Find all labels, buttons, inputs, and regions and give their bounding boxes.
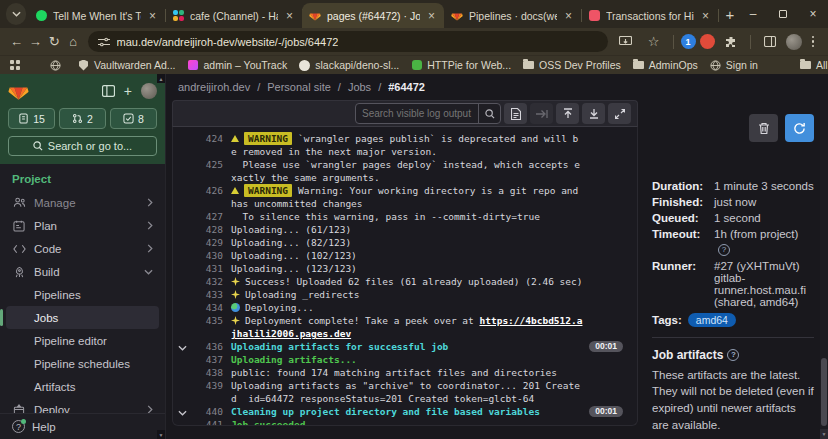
- sidebar-item-deploy[interactable]: Deploy: [6, 398, 159, 413]
- side-panel-icon[interactable]: [758, 31, 782, 53]
- reload-button[interactable]: ↻: [46, 31, 63, 53]
- all-bookmarks-button[interactable]: All Bookmarks: [800, 59, 828, 71]
- log-line-number[interactable]: 433: [197, 288, 223, 301]
- log-line-number[interactable]: 435: [197, 314, 223, 340]
- fullscreen-button[interactable]: [608, 103, 631, 124]
- tab-close-icon[interactable]: ×: [700, 9, 711, 23]
- log-collapse-icon[interactable]: [175, 262, 189, 275]
- question-icon[interactable]: ?: [718, 244, 730, 256]
- sidebar-help-button[interactable]: ? Help: [0, 413, 165, 439]
- log-collapse-icon[interactable]: [175, 314, 189, 340]
- log-line-number[interactable]: 437: [197, 353, 223, 366]
- log-line-number[interactable]: 425: [197, 158, 223, 184]
- window-maximize-button[interactable]: [768, 0, 798, 28]
- log-collapse-icon[interactable]: [175, 210, 189, 223]
- scroll-to-top-button[interactable]: [556, 103, 579, 124]
- log-collapse-icon[interactable]: [175, 275, 189, 288]
- log-line-number[interactable]: 439: [197, 379, 223, 405]
- sidebar-counter-issues[interactable]: 15: [8, 108, 55, 129]
- scrollbar-thumb[interactable]: [821, 358, 827, 426]
- log-collapse-icon[interactable]: [175, 236, 189, 249]
- window-close-button[interactable]: ×: [798, 0, 828, 28]
- bookmark-item[interactable]: Vaultwarden Ad...: [78, 59, 176, 71]
- log-collapse-icon[interactable]: [175, 301, 189, 314]
- gitlab-logo[interactable]: [8, 81, 29, 101]
- log-collapse-icon[interactable]: [175, 379, 189, 405]
- tab-close-icon[interactable]: ×: [426, 9, 437, 23]
- log-line-number[interactable]: 432: [197, 275, 223, 288]
- bookmark-star-icon[interactable]: ☆: [642, 31, 666, 53]
- page-scrollbar[interactable]: ▼: [820, 100, 828, 439]
- sidebar-item-plan[interactable]: Plan: [6, 214, 159, 237]
- sidebar-scrollbar[interactable]: ▲ ▼: [157, 74, 165, 439]
- log-collapse-icon[interactable]: [175, 340, 189, 353]
- tab-search-chevron-button[interactable]: [6, 3, 26, 25]
- address-bar[interactable]: mau.dev/andreijiroh-dev/website/-/jobs/6…: [88, 31, 608, 52]
- log-line-number[interactable]: 431: [197, 262, 223, 275]
- log-line-number[interactable]: 441: [197, 418, 223, 426]
- browser-menu-icon[interactable]: [806, 36, 821, 48]
- browser-tab[interactable]: Tell Me When It's Too Late ×: [28, 3, 165, 28]
- extension-icon[interactable]: [700, 34, 715, 49]
- log-collapse-icon[interactable]: [175, 249, 189, 262]
- erase-job-log-button[interactable]: [749, 114, 778, 142]
- bookmark-item[interactable]: OSS Dev Profiles: [523, 59, 621, 71]
- browser-profile-avatar[interactable]: [786, 34, 802, 50]
- log-collapse-icon[interactable]: [175, 158, 189, 184]
- tab-close-icon[interactable]: ×: [284, 9, 295, 23]
- sidebar-toggle-icon[interactable]: [102, 85, 115, 97]
- sidebar-counter-merge-requests[interactable]: 2: [59, 108, 106, 129]
- window-minimize-button[interactable]: –: [738, 0, 768, 28]
- sidebar-counter-todos[interactable]: 8: [110, 108, 157, 129]
- sidebar-item-manage[interactable]: Manage: [6, 191, 159, 214]
- onepassword-extension-icon[interactable]: 1: [681, 34, 696, 49]
- sidebar-item-artifacts[interactable]: Artifacts: [6, 375, 159, 398]
- log-collapse-icon[interactable]: [175, 132, 189, 158]
- forward-button[interactable]: →: [27, 31, 44, 53]
- tab-close-icon[interactable]: ×: [563, 9, 574, 23]
- log-line-number[interactable]: 428: [197, 223, 223, 236]
- job-log[interactable]: 424 WARNING`wrangler pages publish` is d…: [172, 127, 638, 426]
- log-line-number[interactable]: 424: [197, 132, 223, 158]
- log-collapse-icon[interactable]: [175, 353, 189, 366]
- sidebar-item-jobs[interactable]: Jobs: [6, 306, 159, 329]
- log-line-number[interactable]: 438: [197, 366, 223, 379]
- new-tab-button[interactable]: +: [722, 2, 738, 26]
- log-line-number[interactable]: 430: [197, 249, 223, 262]
- log-collapse-icon[interactable]: [175, 288, 189, 301]
- question-icon[interactable]: ?: [727, 349, 739, 361]
- browser-tab[interactable]: pages (#64472) · Jobs · an ×: [302, 3, 444, 28]
- sidebar-item-build[interactable]: Build: [6, 260, 159, 283]
- browser-tab[interactable]: Pipelines · docs(website): ×: [444, 3, 581, 28]
- breadcrumb-item[interactable]: Personal site: [267, 81, 331, 93]
- user-avatar[interactable]: [141, 83, 157, 99]
- breadcrumb-item[interactable]: andreijiroh.dev: [178, 81, 250, 93]
- log-search-input[interactable]: [356, 108, 478, 119]
- log-line-number[interactable]: 427: [197, 210, 223, 223]
- log-line-number[interactable]: 434: [197, 301, 223, 314]
- log-search[interactable]: [355, 103, 501, 124]
- log-line-number[interactable]: 436: [197, 340, 223, 353]
- back-button[interactable]: ←: [8, 31, 25, 53]
- retry-job-button[interactable]: [785, 114, 814, 142]
- bookmark-item[interactable]: AdminOps: [633, 59, 698, 71]
- home-button[interactable]: ⌂: [65, 31, 82, 53]
- bookmark-item[interactable]: [50, 60, 66, 71]
- sidebar-item-pipelines[interactable]: Pipelines: [6, 283, 159, 306]
- bookmark-item[interactable]: slackapi/deno-sl...: [299, 59, 399, 71]
- log-line-number[interactable]: 440: [197, 405, 223, 418]
- bookmark-item[interactable]: Sign in: [710, 59, 758, 71]
- browser-tab[interactable]: Transactions for High Sea ×: [581, 3, 718, 28]
- bookmark-item[interactable]: admin – YouTrack: [188, 59, 288, 71]
- scroll-to-bottom-button[interactable]: [582, 103, 605, 124]
- create-new-button[interactable]: +: [124, 84, 132, 98]
- breadcrumb-item[interactable]: Jobs: [348, 81, 371, 93]
- sidebar-item-pipeline-schedules[interactable]: Pipeline schedules: [6, 352, 159, 375]
- log-link[interactable]: https://4bcbd512.ajhalili2006.pages.dev: [231, 315, 582, 339]
- bookmark-item[interactable]: HTTPie for Web...: [411, 59, 511, 71]
- tab-close-icon[interactable]: ×: [147, 9, 158, 23]
- browser-tab[interactable]: cafe (Channel) - Hack Club ×: [165, 3, 302, 28]
- search-icon[interactable]: [478, 104, 500, 123]
- install-icon[interactable]: [614, 31, 638, 53]
- show-raw-log-button[interactable]: [504, 103, 527, 124]
